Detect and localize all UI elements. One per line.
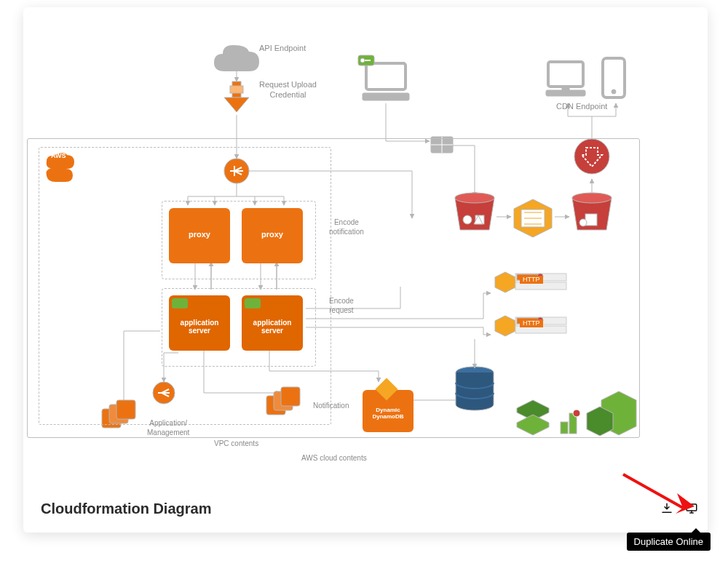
diagram-title: Cloudformation Diagram <box>41 501 211 517</box>
node-app-2-label: application server <box>242 319 303 335</box>
label-request-upload: Request Upload Credential <box>259 80 317 100</box>
svg-rect-2 <box>230 86 243 93</box>
label-encode-notification: Encode notification <box>329 218 364 236</box>
svg-rect-37 <box>562 87 569 91</box>
label-aws-contents: AWS cloud contents <box>301 454 367 463</box>
svg-point-39 <box>612 89 616 94</box>
annotation-arrow-icon <box>620 470 700 521</box>
label-vpc-contents: VPC contents <box>214 439 258 449</box>
aws-badge-label: AWS <box>51 153 66 160</box>
node-app-1-label: application server <box>169 319 230 335</box>
label-notification: Notification <box>313 402 349 411</box>
key-icon <box>245 298 261 308</box>
label-cdn-endpoint: CDN Endpoint <box>556 102 607 112</box>
aws-badge: AWS <box>45 151 76 186</box>
svg-point-21 <box>360 58 365 63</box>
vpc-region <box>39 147 331 425</box>
tooltip-duplicate-online: Duplicate Online <box>627 533 711 551</box>
label-api-endpoint: API Endpoint <box>259 44 306 54</box>
node-proxy-2-label: proxy <box>242 230 303 239</box>
label-encode-request: Encode request <box>329 297 354 315</box>
svg-rect-19 <box>363 93 409 100</box>
node-dynamo-label: Dynamic DynamoDB <box>363 407 414 420</box>
key-icon <box>172 298 188 308</box>
node-proxy-1-label: proxy <box>169 230 230 239</box>
label-app-mgmt: Application/ Management <box>147 419 189 437</box>
svg-rect-35 <box>548 62 583 87</box>
label-http-1: HTTP <box>520 276 543 284</box>
label-http-2: HTTP <box>520 319 543 327</box>
svg-rect-18 <box>366 63 405 89</box>
